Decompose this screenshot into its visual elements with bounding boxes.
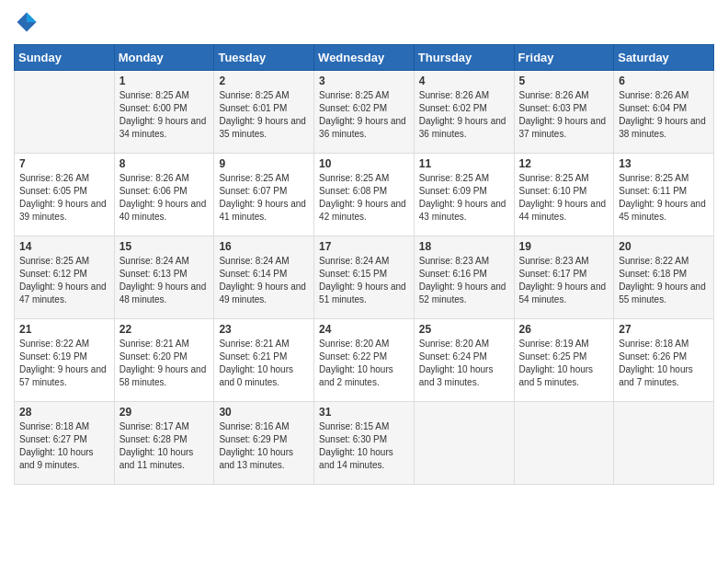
day-info: Sunrise: 8:25 AMSunset: 6:10 PMDaylight:… <box>519 172 609 224</box>
day-number: 24 <box>319 323 409 336</box>
day-number: 11 <box>419 157 509 170</box>
calendar-cell: 23Sunrise: 8:21 AMSunset: 6:21 PMDayligh… <box>214 319 314 402</box>
day-info: Sunrise: 8:25 AMSunset: 6:12 PMDaylight:… <box>19 255 109 306</box>
calendar-cell: 22Sunrise: 8:21 AMSunset: 6:20 PMDayligh… <box>114 319 214 402</box>
day-number: 5 <box>519 75 609 87</box>
day-info: Sunrise: 8:20 AMSunset: 6:22 PMDaylight:… <box>319 338 409 389</box>
day-number: 13 <box>619 157 709 170</box>
column-header-thursday: Thursday <box>414 45 514 71</box>
calendar-cell <box>15 71 115 154</box>
calendar-cell: 12Sunrise: 8:25 AMSunset: 6:10 PMDayligh… <box>514 154 614 236</box>
day-info: Sunrise: 8:26 AMSunset: 6:02 PMDaylight:… <box>419 89 509 141</box>
column-header-sunday: Sunday <box>15 45 115 71</box>
day-info: Sunrise: 8:21 AMSunset: 6:21 PMDaylight:… <box>219 338 309 389</box>
calendar-cell: 17Sunrise: 8:24 AMSunset: 6:15 PMDayligh… <box>314 236 415 319</box>
day-info: Sunrise: 8:26 AMSunset: 6:04 PMDaylight:… <box>619 89 709 141</box>
calendar-cell: 6Sunrise: 8:26 AMSunset: 6:04 PMDaylight… <box>614 71 714 154</box>
day-info: Sunrise: 8:24 AMSunset: 6:13 PMDaylight:… <box>119 255 210 306</box>
day-info: Sunrise: 8:24 AMSunset: 6:15 PMDaylight:… <box>319 255 409 306</box>
calendar-cell: 18Sunrise: 8:23 AMSunset: 6:16 PMDayligh… <box>414 236 514 319</box>
day-number: 10 <box>319 157 409 170</box>
day-info: Sunrise: 8:22 AMSunset: 6:19 PMDaylight:… <box>19 338 109 389</box>
calendar-cell: 26Sunrise: 8:19 AMSunset: 6:25 PMDayligh… <box>514 319 614 402</box>
calendar-cell: 28Sunrise: 8:18 AMSunset: 6:27 PMDayligh… <box>15 402 115 485</box>
day-info: Sunrise: 8:17 AMSunset: 6:28 PMDaylight:… <box>119 420 210 472</box>
day-number: 3 <box>319 75 409 87</box>
calendar-cell: 9Sunrise: 8:25 AMSunset: 6:07 PMDaylight… <box>214 154 314 236</box>
day-info: Sunrise: 8:23 AMSunset: 6:16 PMDaylight:… <box>419 255 509 306</box>
day-info: Sunrise: 8:26 AMSunset: 6:05 PMDaylight:… <box>19 172 109 224</box>
calendar-week-row: 14Sunrise: 8:25 AMSunset: 6:12 PMDayligh… <box>15 236 714 319</box>
day-info: Sunrise: 8:19 AMSunset: 6:25 PMDaylight:… <box>519 338 609 389</box>
column-header-tuesday: Tuesday <box>214 45 314 71</box>
day-info: Sunrise: 8:25 AMSunset: 6:02 PMDaylight:… <box>319 89 409 141</box>
day-info: Sunrise: 8:25 AMSunset: 6:11 PMDaylight:… <box>619 172 709 224</box>
day-number: 15 <box>119 240 210 253</box>
day-number: 20 <box>619 240 709 253</box>
day-number: 26 <box>519 323 609 336</box>
calendar-cell: 16Sunrise: 8:24 AMSunset: 6:14 PMDayligh… <box>214 236 314 319</box>
day-number: 12 <box>519 157 609 170</box>
calendar-header-row: SundayMondayTuesdayWednesdayThursdayFrid… <box>15 45 714 71</box>
day-number: 19 <box>519 240 609 253</box>
day-info: Sunrise: 8:20 AMSunset: 6:24 PMDaylight:… <box>419 338 509 389</box>
day-number: 8 <box>119 157 210 170</box>
calendar-cell: 13Sunrise: 8:25 AMSunset: 6:11 PMDayligh… <box>614 154 714 236</box>
day-number: 1 <box>119 75 210 87</box>
column-header-saturday: Saturday <box>614 45 714 71</box>
day-info: Sunrise: 8:25 AMSunset: 6:08 PMDaylight:… <box>319 172 409 224</box>
day-number: 23 <box>219 323 309 336</box>
day-number: 31 <box>319 406 409 419</box>
calendar-cell: 2Sunrise: 8:25 AMSunset: 6:01 PMDaylight… <box>214 71 314 154</box>
page-header <box>14 9 714 35</box>
calendar-table: SundayMondayTuesdayWednesdayThursdayFrid… <box>14 44 714 485</box>
calendar-cell: 5Sunrise: 8:26 AMSunset: 6:03 PMDaylight… <box>514 71 614 154</box>
day-number: 22 <box>119 323 210 336</box>
day-number: 29 <box>119 406 210 419</box>
calendar-cell: 31Sunrise: 8:15 AMSunset: 6:30 PMDayligh… <box>314 402 415 485</box>
column-header-wednesday: Wednesday <box>314 45 415 71</box>
logo <box>14 9 43 35</box>
day-number: 14 <box>19 240 109 253</box>
day-info: Sunrise: 8:23 AMSunset: 6:17 PMDaylight:… <box>519 255 609 306</box>
calendar-cell: 24Sunrise: 8:20 AMSunset: 6:22 PMDayligh… <box>314 319 415 402</box>
column-header-friday: Friday <box>514 45 614 71</box>
day-info: Sunrise: 8:25 AMSunset: 6:07 PMDaylight:… <box>219 172 309 224</box>
day-info: Sunrise: 8:26 AMSunset: 6:06 PMDaylight:… <box>119 172 210 224</box>
calendar-cell: 14Sunrise: 8:25 AMSunset: 6:12 PMDayligh… <box>15 236 115 319</box>
calendar-cell: 20Sunrise: 8:22 AMSunset: 6:18 PMDayligh… <box>614 236 714 319</box>
calendar-cell: 15Sunrise: 8:24 AMSunset: 6:13 PMDayligh… <box>114 236 214 319</box>
day-info: Sunrise: 8:25 AMSunset: 6:09 PMDaylight:… <box>419 172 509 224</box>
day-number: 16 <box>219 240 309 253</box>
calendar-week-row: 21Sunrise: 8:22 AMSunset: 6:19 PMDayligh… <box>15 319 714 402</box>
calendar-cell: 29Sunrise: 8:17 AMSunset: 6:28 PMDayligh… <box>114 402 214 485</box>
day-number: 6 <box>619 75 709 87</box>
calendar-cell: 21Sunrise: 8:22 AMSunset: 6:19 PMDayligh… <box>15 319 115 402</box>
calendar-cell: 11Sunrise: 8:25 AMSunset: 6:09 PMDayligh… <box>414 154 514 236</box>
calendar-cell: 27Sunrise: 8:18 AMSunset: 6:26 PMDayligh… <box>614 319 714 402</box>
day-info: Sunrise: 8:26 AMSunset: 6:03 PMDaylight:… <box>519 89 609 141</box>
calendar-week-row: 28Sunrise: 8:18 AMSunset: 6:27 PMDayligh… <box>15 402 714 485</box>
day-number: 25 <box>419 323 509 336</box>
day-number: 18 <box>419 240 509 253</box>
day-number: 7 <box>19 157 109 170</box>
calendar-cell: 30Sunrise: 8:16 AMSunset: 6:29 PMDayligh… <box>214 402 314 485</box>
day-info: Sunrise: 8:25 AMSunset: 6:00 PMDaylight:… <box>119 89 210 141</box>
calendar-cell <box>514 402 614 485</box>
day-info: Sunrise: 8:18 AMSunset: 6:27 PMDaylight:… <box>19 420 109 472</box>
calendar-cell: 3Sunrise: 8:25 AMSunset: 6:02 PMDaylight… <box>314 71 415 154</box>
day-number: 2 <box>219 75 309 87</box>
day-info: Sunrise: 8:18 AMSunset: 6:26 PMDaylight:… <box>619 338 709 389</box>
day-number: 30 <box>219 406 309 419</box>
calendar-cell: 25Sunrise: 8:20 AMSunset: 6:24 PMDayligh… <box>414 319 514 402</box>
calendar-cell: 19Sunrise: 8:23 AMSunset: 6:17 PMDayligh… <box>514 236 614 319</box>
day-info: Sunrise: 8:21 AMSunset: 6:20 PMDaylight:… <box>119 338 210 389</box>
calendar-cell: 8Sunrise: 8:26 AMSunset: 6:06 PMDaylight… <box>114 154 214 236</box>
day-number: 4 <box>419 75 509 87</box>
calendar-cell: 10Sunrise: 8:25 AMSunset: 6:08 PMDayligh… <box>314 154 415 236</box>
svg-marker-1 <box>27 13 37 23</box>
day-number: 28 <box>19 406 109 419</box>
calendar-week-row: 1Sunrise: 8:25 AMSunset: 6:00 PMDaylight… <box>15 71 714 154</box>
calendar-cell: 1Sunrise: 8:25 AMSunset: 6:00 PMDaylight… <box>114 71 214 154</box>
day-info: Sunrise: 8:16 AMSunset: 6:29 PMDaylight:… <box>219 420 309 472</box>
